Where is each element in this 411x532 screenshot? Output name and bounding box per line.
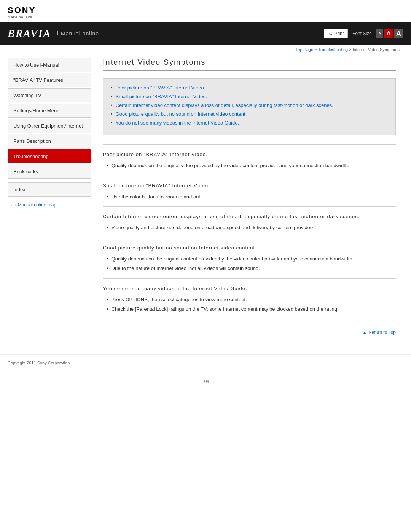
bullet-item: Press OPTIONS, then select categories to… [107,296,396,304]
bullet-item: Due to the nature of Internet video, not… [107,265,396,272]
summary-link-3[interactable]: Certain Internet video content displays … [116,102,333,108]
sidebar-item-using-other[interactable]: Using Other Equipment/Internet [8,119,91,133]
sidebar-item-bookmarks[interactable]: Bookmarks [8,165,91,179]
page-title: Internet Video Symptoms [103,58,396,71]
summary-box: Poor picture on "BRAVIA" Internet Video.… [103,78,396,135]
breadcrumb-sep2: > [349,47,352,52]
summary-item: Small picture on "BRAVIA" Internet Video… [111,94,388,99]
section-title-3: Certain Internet video content displays … [103,214,396,219]
section-few-videos: You do not see many videos in the Intern… [103,278,396,319]
return-top-icon: ▲ [362,330,367,335]
breadcrumb-sep1: > [314,47,318,52]
page-number: 104 [0,371,411,392]
header-subtitle: i-Manual online [57,30,99,37]
sidebar-item-parts[interactable]: Parts Description [8,134,91,148]
sidebar-item-bravia-features[interactable]: "BRAVIA" TV Features [8,73,91,87]
font-large-button[interactable]: A [394,29,403,38]
return-to-top-area: ▲ Return to Top [103,323,396,339]
sidebar: How to Use i-Manual "BRAVIA" TV Features… [8,58,91,347]
summary-link-1[interactable]: Poor picture on "BRAVIA" Internet Video. [116,85,206,91]
sony-logo: SONY [8,5,403,15]
bravia-text: BRAVIA [8,27,51,40]
header-controls: 🖨 Print Font Size A A A [324,29,403,38]
breadcrumb-current: Internet Video Symptoms [353,47,400,52]
section-title-4: Good picture quality but no sound on Int… [103,245,396,251]
section-poor-picture: Poor picture on "BRAVIA" Internet Video.… [103,144,396,176]
breadcrumb-top-link[interactable]: Top Page [296,47,313,52]
summary-link-5[interactable]: You do not see many videos in the Intern… [116,120,239,126]
print-button[interactable]: 🖨 Print [324,29,348,38]
bullet-item: Use the color buttons to zoom in and out… [107,193,396,201]
summary-item: Poor picture on "BRAVIA" Internet Video. [111,85,388,91]
section-bullets-5: Press OPTIONS, then select categories to… [103,296,396,313]
print-label: Print [334,31,344,36]
sidebar-item-how-to-use[interactable]: How to Use i-Manual [8,58,91,72]
summary-link-4[interactable]: Good picture quality but no sound on Int… [116,111,247,117]
bullet-item: Quality depends on the original content … [107,255,396,263]
font-size-label: Font Size [352,31,372,36]
section-bullets-2: Use the color buttons to zoom in and out… [103,193,396,201]
print-icon: 🖨 [328,31,333,36]
summary-item: Good picture quality but no sound on Int… [111,111,388,117]
section-no-sound: Good picture quality but no sound on Int… [103,238,396,278]
summary-list: Poor picture on "BRAVIA" Internet Video.… [111,85,388,126]
sidebar-item-watching-tv[interactable]: Watching TV [8,88,91,102]
bullet-item: Video quality and picture size depend on… [107,224,396,232]
section-bullets-4: Quality depends on the original content … [103,255,396,272]
font-small-button[interactable]: A [376,29,384,38]
footer: Copyright 2011 Sony Corporation [0,354,411,371]
sony-logo-area: SONY make.believe [0,0,411,22]
sony-tagline: make.believe [8,15,403,19]
section-title-5: You do not see many videos in the Intern… [103,286,396,291]
section-loss-detail: Certain Internet video content displays … [103,206,396,238]
font-size-controls: A A A [376,29,403,38]
section-bullets-3: Video quality and picture size depend on… [103,224,396,232]
breadcrumb-troubleshooting-link[interactable]: Troubleshooting [318,47,348,52]
summary-item: You do not see many videos in the Intern… [111,120,388,126]
summary-link-2[interactable]: Small picture on "BRAVIA" Internet Video… [116,94,207,99]
return-top-label: Return to Top [368,330,396,335]
section-small-picture: Small picture on "BRAVIA" Internet Video… [103,176,396,207]
copyright-text: Copyright 2011 Sony Corporation [8,361,70,365]
return-to-top-link[interactable]: ▲ Return to Top [362,330,396,335]
bullet-item: Check the [Parental Lock] ratings on the… [107,305,396,313]
sidebar-map-label: i-Manual online map [15,202,56,208]
font-medium-button[interactable]: A [384,29,393,38]
section-title-1: Poor picture on "BRAVIA" Internet Video. [103,152,396,157]
content-area: Internet Video Symptoms Poor picture on … [91,58,403,347]
sidebar-item-settings[interactable]: Settings/Home Menu [8,104,91,118]
bullet-item: Quality depends on the original video pr… [107,162,396,169]
breadcrumb: Top Page > Troubleshooting > Internet Vi… [0,45,411,54]
sidebar-map-link[interactable]: → i-Manual online map [8,202,91,208]
bravia-logo: BRAVIA i-Manual online [8,27,99,40]
main-layout: How to Use i-Manual "BRAVIA" TV Features… [0,54,411,354]
sidebar-item-index[interactable]: Index [8,182,91,197]
summary-item: Certain Internet video content displays … [111,102,388,108]
section-bullets-1: Quality depends on the original video pr… [103,162,396,169]
header-bar: BRAVIA i-Manual online 🖨 Print Font Size… [0,22,411,45]
section-title-2: Small picture on "BRAVIA" Internet Video… [103,183,396,189]
arrow-icon: → [8,202,13,208]
sidebar-item-troubleshooting[interactable]: Troubleshooting [8,149,91,163]
